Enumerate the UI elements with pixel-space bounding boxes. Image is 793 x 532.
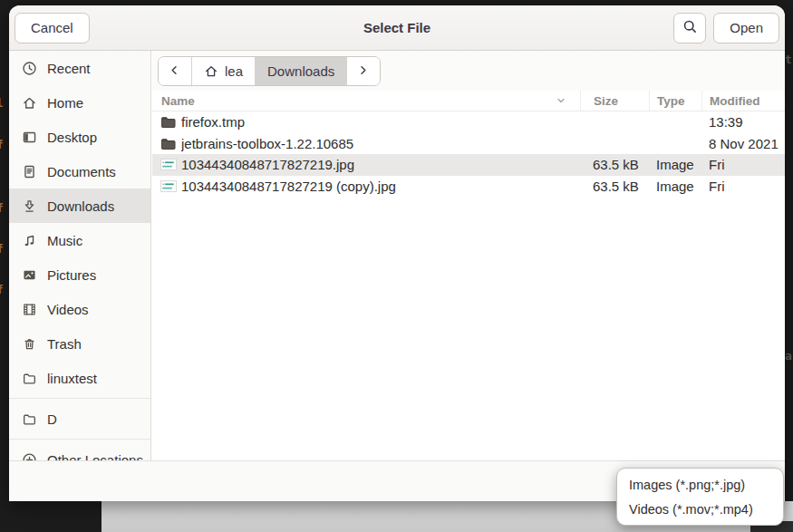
sidebar-item-label: Home bbox=[47, 95, 83, 111]
backdrop-fragment: a bbox=[785, 349, 793, 363]
file-name: 10344340848717827219 (copy).jpg bbox=[181, 179, 580, 194]
clock-icon bbox=[22, 61, 37, 76]
open-button[interactable]: Open bbox=[713, 13, 779, 44]
sidebar-item-label: Recent bbox=[47, 61, 91, 76]
document-icon bbox=[22, 164, 37, 179]
pathbar-crumb-label: Downloads bbox=[267, 63, 334, 79]
sidebar-divider bbox=[9, 439, 150, 440]
chevron-left-icon bbox=[168, 63, 182, 78]
column-header-name[interactable]: Name bbox=[152, 91, 580, 111]
dialog-title: Select File bbox=[9, 20, 785, 35]
folder-icon bbox=[22, 411, 37, 427]
sidebar-item-downloads[interactable]: Downloads bbox=[9, 189, 150, 223]
sidebar-item-label: Documents bbox=[47, 164, 116, 179]
backdrop-fragment: t bbox=[785, 53, 793, 67]
sidebar-item-recent[interactable]: Recent bbox=[9, 51, 150, 85]
file-modified: 13:39 bbox=[701, 114, 785, 130]
column-header-name-label: Name bbox=[161, 94, 195, 108]
image-thumbnail-icon bbox=[152, 159, 181, 170]
sidebar-item-label: Pictures bbox=[47, 267, 96, 283]
sidebar-item-label: Videos bbox=[47, 302, 89, 317]
filter-option-images-png-jpg[interactable]: Images (*.png;*.jpg) bbox=[617, 472, 783, 497]
sidebar-item-trash[interactable]: Trash bbox=[9, 326, 150, 361]
file-size: 63.5 kB bbox=[580, 179, 649, 194]
sidebar-item-desktop[interactable]: Desktop bbox=[9, 120, 150, 154]
sidebar-item-label: Desktop bbox=[47, 130, 97, 145]
sidebar-item-d[interactable]: D bbox=[9, 401, 150, 436]
sidebar-item-label: linuxtest bbox=[47, 371, 97, 386]
file-modified: Fri bbox=[701, 157, 785, 172]
download-icon bbox=[22, 198, 37, 214]
sidebar-item-label: Downloads bbox=[47, 198, 114, 214]
file-modified: Fri bbox=[701, 179, 785, 194]
home-icon bbox=[204, 63, 218, 78]
pathbar-crumb-label: lea bbox=[225, 63, 243, 79]
picture-icon bbox=[22, 267, 37, 283]
trash-icon bbox=[22, 336, 37, 352]
sidebar-item-linuxtest[interactable]: linuxtest bbox=[9, 361, 150, 395]
breadcrumb: leaDownloads bbox=[158, 56, 381, 86]
sidebar-item-label: Music bbox=[47, 233, 82, 248]
file-filter-menu: Images (*.png;*.jpg)Videos (*.mov;*.mp4) bbox=[616, 468, 784, 526]
sort-indicator-chevron-down-icon[interactable] bbox=[555, 94, 567, 107]
backdrop-fragment: f bbox=[0, 283, 8, 297]
sidebar-item-music[interactable]: Music bbox=[9, 223, 150, 257]
backdrop-fragment: f bbox=[0, 242, 8, 256]
sidebar-item-documents[interactable]: Documents bbox=[9, 154, 150, 189]
backdrop-fragment: f bbox=[0, 138, 8, 152]
list-header: Name Size Type Modified bbox=[152, 91, 785, 111]
film-icon bbox=[22, 302, 37, 317]
music-icon bbox=[22, 233, 37, 248]
pathbar-crumb-lea[interactable]: lea bbox=[192, 57, 256, 85]
plus-icon bbox=[22, 452, 37, 461]
headerbar: Select File Cancel Open bbox=[9, 5, 785, 51]
file-name: firefox.tmp bbox=[181, 114, 580, 130]
pathbar-crumb-downloads[interactable]: Downloads bbox=[256, 57, 347, 85]
file-name: jetbrains-toolbox-1.22.10685 bbox=[181, 136, 580, 151]
file-browser: leaDownloads Name Size Type Modified fir… bbox=[152, 51, 785, 460]
chevron-right-icon bbox=[356, 63, 371, 78]
file-row-jetbrains-toolbox-1-22-10685[interactable]: jetbrains-toolbox-1.22.106858 Nov 2021 bbox=[152, 133, 785, 155]
file-name: 10344340848717827219.jpg bbox=[181, 157, 580, 172]
file-row-firefox-tmp[interactable]: firefox.tmp13:39 bbox=[152, 111, 785, 133]
file-modified: 8 Nov 2021 bbox=[701, 136, 785, 151]
sidebar-item-videos[interactable]: Videos bbox=[9, 292, 150, 326]
search-button[interactable] bbox=[673, 13, 706, 44]
screen: lffffta Select File Cancel Open RecentHo… bbox=[0, 0, 793, 532]
file-type: Image bbox=[649, 157, 701, 172]
file-type: Image bbox=[649, 179, 701, 194]
image-thumbnail-icon bbox=[152, 180, 181, 192]
sidebar-item-label: Other Locations bbox=[47, 452, 143, 461]
folder-icon bbox=[22, 371, 37, 386]
home-icon bbox=[22, 95, 37, 111]
folder-icon bbox=[152, 115, 181, 129]
sidebar: RecentHomeDesktopDocumentsDownloadsMusic… bbox=[9, 51, 151, 460]
column-header-type[interactable]: Type bbox=[649, 91, 701, 111]
folder-icon bbox=[152, 137, 181, 150]
pathbar-forward-button[interactable] bbox=[347, 57, 380, 85]
pathbar-back-button[interactable] bbox=[159, 57, 192, 85]
sidebar-item-label: D bbox=[47, 411, 57, 427]
file-size: 63.5 kB bbox=[580, 157, 649, 172]
file-row-10344340848717827219-copy-jpg[interactable]: 10344340848717827219 (copy).jpg63.5 kBIm… bbox=[152, 176, 785, 198]
column-header-size[interactable]: Size bbox=[580, 91, 649, 111]
pathbar: leaDownloads bbox=[152, 51, 785, 91]
sidebar-item-other-locations[interactable]: Other Locations bbox=[9, 442, 150, 460]
backdrop-fragment: l bbox=[0, 96, 8, 111]
cancel-button[interactable]: Cancel bbox=[15, 13, 90, 44]
file-row-10344340848717827219-jpg[interactable]: 10344340848717827219.jpg63.5 kBImageFri bbox=[152, 154, 785, 176]
sidebar-item-label: Trash bbox=[47, 336, 82, 352]
search-icon bbox=[682, 19, 698, 37]
desktop-icon bbox=[22, 130, 37, 145]
backdrop-fragment: f bbox=[0, 201, 8, 216]
file-chooser-dialog: Select File Cancel Open RecentHomeDeskto… bbox=[9, 5, 785, 501]
file-list: firefox.tmp13:39jetbrains-toolbox-1.22.1… bbox=[152, 111, 785, 197]
column-header-modified[interactable]: Modified bbox=[701, 91, 785, 111]
sidebar-item-pictures[interactable]: Pictures bbox=[9, 257, 150, 292]
filter-option-videos-mov-mp4[interactable]: Videos (*.mov;*.mp4) bbox=[617, 497, 783, 521]
sidebar-divider bbox=[9, 398, 150, 399]
sidebar-item-home[interactable]: Home bbox=[9, 85, 150, 120]
